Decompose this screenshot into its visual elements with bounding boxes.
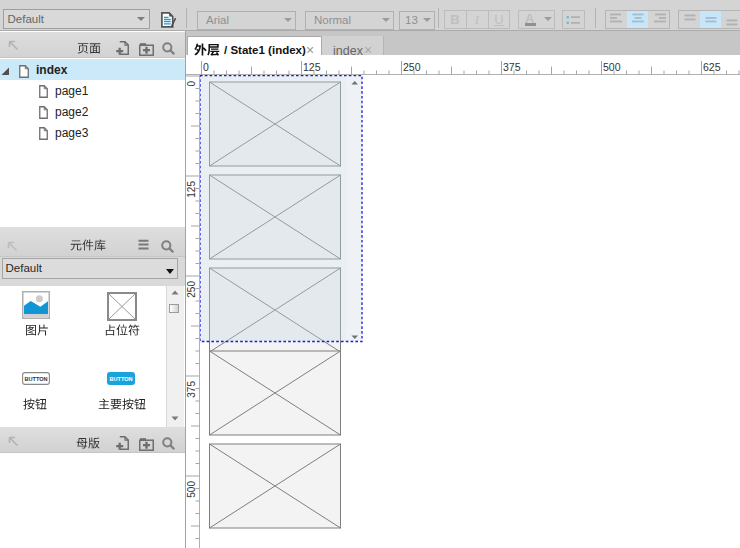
svg-text:BUTTON: BUTTON xyxy=(24,376,47,382)
svg-text:375: 375 xyxy=(503,61,521,73)
svg-text:250: 250 xyxy=(186,281,197,298)
svg-text:BUTTON: BUTTON xyxy=(109,376,132,382)
svg-text:500: 500 xyxy=(603,61,621,73)
svg-text:250: 250 xyxy=(403,61,421,73)
svg-text:125: 125 xyxy=(186,181,197,198)
svg-text:625: 625 xyxy=(703,61,721,73)
svg-text:375: 375 xyxy=(186,381,197,398)
svg-text:0: 0 xyxy=(203,61,209,73)
svg-text:125: 125 xyxy=(303,61,321,73)
svg-text:0: 0 xyxy=(186,81,197,87)
svg-text:500: 500 xyxy=(186,481,197,498)
